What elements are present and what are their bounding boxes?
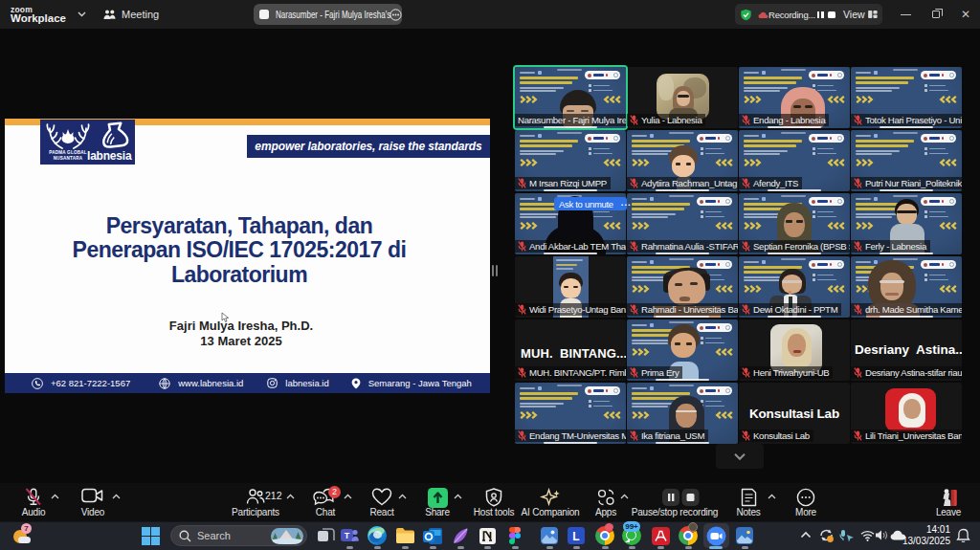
svg-text:L: L	[572, 530, 579, 543]
svg-text:T: T	[345, 531, 350, 540]
